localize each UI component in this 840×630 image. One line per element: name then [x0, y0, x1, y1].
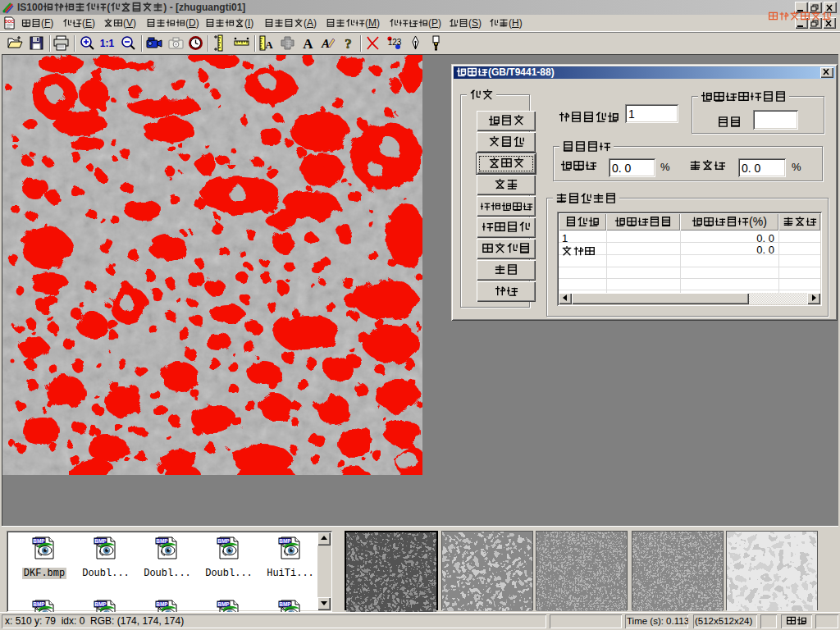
svg-text:BMP: BMP: [156, 538, 168, 544]
svg-text:BMP: BMP: [279, 601, 291, 607]
svg-text:123: 123: [388, 38, 402, 47]
svg-text:BMP: BMP: [156, 601, 168, 607]
svg-text:BMP: BMP: [217, 601, 230, 607]
svg-text:A: A: [321, 37, 330, 50]
svg-text:?: ?: [345, 36, 352, 52]
svg-text:1:1: 1:1: [100, 38, 115, 49]
svg-text:DOC: DOC: [5, 19, 15, 24]
svg-text:BMP: BMP: [94, 601, 107, 607]
svg-text:BMP: BMP: [33, 601, 45, 607]
svg-text:A: A: [265, 39, 273, 51]
svg-text:BMP: BMP: [33, 538, 45, 544]
svg-text:BMP: BMP: [217, 538, 230, 544]
svg-text:BMP: BMP: [279, 538, 291, 544]
svg-text:A: A: [303, 36, 313, 52]
svg-text:BMP: BMP: [94, 538, 107, 544]
